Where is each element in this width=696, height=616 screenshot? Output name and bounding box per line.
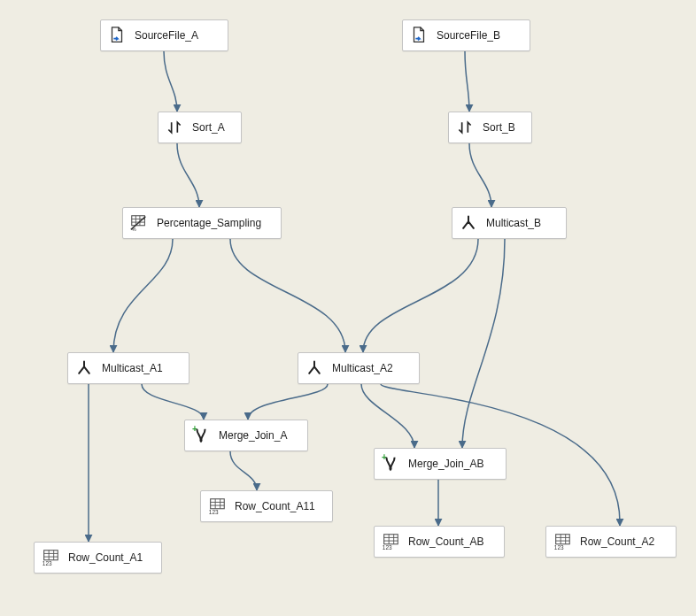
- row-count-icon: 123: [40, 547, 61, 568]
- row-count-icon: 123: [552, 531, 573, 552]
- merge-join-icon: +: [380, 453, 401, 474]
- node-label: Percentage_Sampling: [157, 217, 261, 229]
- node-source-file-a[interactable]: SourceFile_A: [100, 19, 228, 51]
- node-percentage-sampling[interactable]: % Percentage_Sampling: [122, 207, 282, 239]
- sort-icon: [164, 117, 185, 138]
- node-label: Row_Count_A11: [235, 500, 315, 512]
- merge-join-icon: +: [190, 425, 212, 446]
- node-label: Row_Count_A2: [580, 535, 654, 548]
- sort-icon: [454, 117, 476, 138]
- node-label: Multicast_B: [486, 217, 541, 229]
- node-label: Row_Count_A1: [68, 551, 143, 564]
- svg-rect-27: [556, 535, 570, 544]
- file-source-icon: [106, 25, 128, 46]
- svg-rect-9: [211, 499, 225, 509]
- node-label: Merge_Join_A: [219, 429, 287, 442]
- node-label: Multicast_A1: [102, 362, 163, 374]
- node-multicast-a2[interactable]: Multicast_A2: [298, 352, 420, 384]
- svg-text:123: 123: [43, 560, 52, 566]
- node-label: Multicast_A2: [332, 362, 393, 374]
- node-row-count-a2[interactable]: 123 Row_Count_A2: [545, 526, 677, 558]
- node-label: SourceFile_B: [437, 29, 500, 42]
- node-multicast-b[interactable]: Multicast_B: [452, 207, 567, 239]
- svg-text:%: %: [132, 227, 136, 232]
- node-label: SourceFile_A: [135, 29, 198, 42]
- node-merge-join-ab[interactable]: + Merge_Join_AB: [374, 448, 507, 480]
- sampling-icon: %: [128, 212, 150, 234]
- node-row-count-a1[interactable]: 123 Row_Count_A1: [34, 542, 162, 574]
- node-label: Sort_B: [483, 121, 515, 134]
- multicast-icon: [73, 358, 95, 379]
- node-sort-a[interactable]: Sort_A: [158, 112, 242, 143]
- svg-text:123: 123: [383, 544, 392, 551]
- row-count-icon: 123: [206, 496, 228, 517]
- svg-text:123: 123: [209, 509, 219, 515]
- node-label: Sort_A: [192, 121, 225, 134]
- multicast-icon: [304, 358, 325, 379]
- flow-canvas[interactable]: SourceFile_A SourceFile_B Sort_A: [0, 0, 696, 616]
- node-label: Row_Count_AB: [408, 535, 483, 548]
- row-count-icon: 123: [380, 531, 401, 552]
- node-merge-join-a[interactable]: + Merge_Join_A: [184, 420, 308, 451]
- node-row-count-a11[interactable]: 123 Row_Count_A11: [200, 490, 333, 522]
- file-source-icon: [408, 25, 429, 46]
- svg-rect-15: [44, 551, 58, 560]
- node-multicast-a1[interactable]: Multicast_A1: [67, 352, 189, 384]
- node-sort-b[interactable]: Sort_B: [448, 112, 532, 143]
- multicast-icon: [458, 212, 479, 234]
- node-source-file-b[interactable]: SourceFile_B: [402, 19, 530, 51]
- node-label: Merge_Join_AB: [408, 458, 483, 470]
- connectors-layer: [0, 0, 696, 616]
- svg-rect-0: [132, 216, 145, 226]
- svg-text:123: 123: [554, 544, 564, 551]
- svg-rect-21: [384, 535, 398, 544]
- node-row-count-ab[interactable]: 123 Row_Count_AB: [374, 526, 505, 558]
